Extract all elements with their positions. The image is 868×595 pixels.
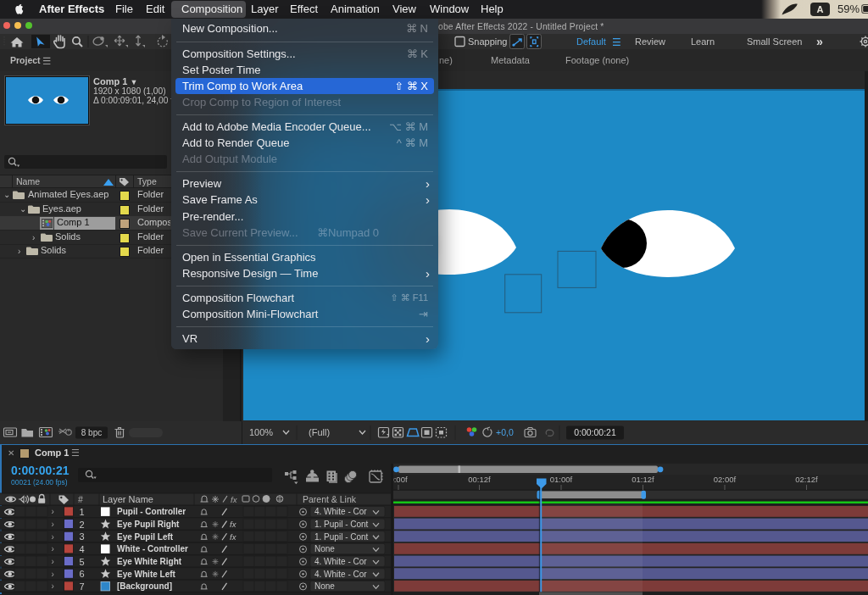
- svg-text:fx: fx: [230, 520, 237, 529]
- svg-text:8 bpc: 8 bpc: [81, 428, 102, 437]
- svg-text:None: None: [314, 544, 335, 553]
- svg-text:›: ›: [52, 544, 54, 553]
- svg-text:7: 7: [80, 581, 85, 592]
- svg-text:›: ›: [52, 570, 54, 579]
- svg-text:#: #: [78, 494, 83, 504]
- svg-text:Parent & Link: Parent & Link: [303, 494, 357, 504]
- svg-text:fx: fx: [231, 495, 238, 504]
- svg-text:›: ›: [52, 532, 54, 542]
- svg-text:1: 1: [80, 507, 85, 517]
- svg-text:+0,0: +0,0: [496, 427, 514, 437]
- svg-text:01:12f: 01:12f: [632, 475, 654, 484]
- svg-text:Eye Pupil Left: Eye Pupil Left: [117, 532, 174, 542]
- svg-text:Eye White Right: Eye White Right: [117, 557, 182, 566]
- svg-text:Pupil - Controller: Pupil - Controller: [117, 507, 186, 516]
- svg-text:4: 4: [80, 544, 85, 554]
- svg-text:0:00f: 0:00f: [393, 475, 408, 484]
- svg-text:01:00f: 01:00f: [550, 475, 573, 484]
- svg-text:Small Screen: Small Screen: [747, 36, 802, 47]
- svg-text:›: ›: [52, 520, 54, 529]
- svg-text:02:12f: 02:12f: [795, 475, 818, 484]
- svg-text:6: 6: [80, 569, 85, 579]
- svg-text:Layer Name: Layer Name: [103, 494, 153, 504]
- svg-text:fx: fx: [230, 532, 237, 542]
- svg-text:☰: ☰: [612, 36, 621, 48]
- svg-text:4. White - Cor: 4. White - Cor: [314, 557, 367, 566]
- svg-text:(Full): (Full): [309, 427, 330, 437]
- svg-text:1. Pupil - Cont: 1. Pupil - Cont: [314, 532, 369, 542]
- svg-text:Eye Pupil Right: Eye Pupil Right: [117, 520, 180, 529]
- svg-text:›: ›: [52, 557, 54, 566]
- svg-text:Snapping: Snapping: [468, 36, 508, 47]
- svg-text:Eye White Left: Eye White Left: [117, 570, 176, 579]
- svg-text:›: ›: [52, 581, 54, 591]
- svg-text:›: ›: [52, 507, 54, 516]
- svg-text:00:12f: 00:12f: [468, 475, 491, 484]
- svg-text:Learn: Learn: [691, 36, 715, 47]
- svg-text:Default: Default: [576, 36, 606, 47]
- svg-text:Review: Review: [635, 36, 665, 47]
- svg-text:0:00:00:21: 0:00:00:21: [574, 427, 616, 437]
- svg-text:5: 5: [80, 557, 85, 567]
- svg-text:None: None: [314, 581, 335, 591]
- svg-text:02:00f: 02:00f: [714, 475, 737, 484]
- svg-text:100%: 100%: [249, 427, 273, 437]
- svg-text:»: »: [816, 35, 823, 48]
- svg-text:1. Pupil - Cont: 1. Pupil - Cont: [314, 520, 369, 529]
- svg-text:2: 2: [80, 520, 85, 530]
- svg-text:4. White - Cor: 4. White - Cor: [314, 507, 367, 516]
- svg-text:4. White - Cor: 4. White - Cor: [314, 570, 367, 579]
- svg-text:3: 3: [80, 531, 85, 542]
- svg-text:White - Controller: White - Controller: [117, 544, 188, 553]
- svg-text:[Background]: [Background]: [117, 581, 172, 591]
